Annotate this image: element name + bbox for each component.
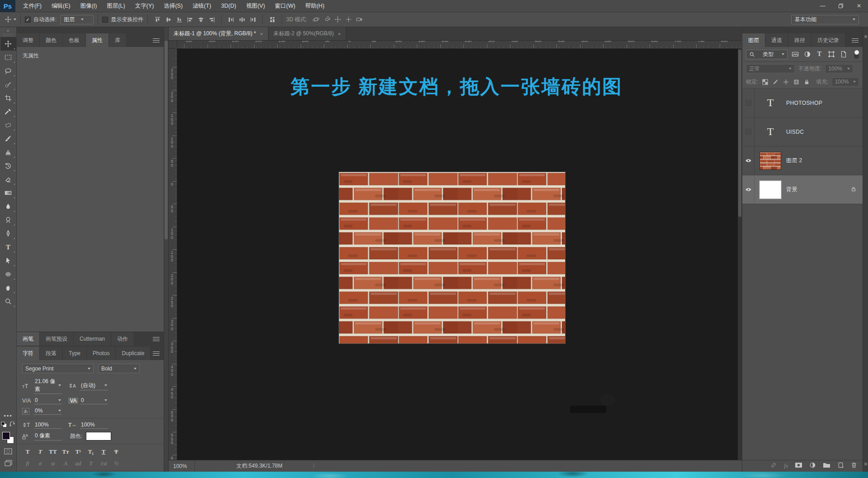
horizontal-scale-field[interactable]: 100% <box>80 422 108 429</box>
canvas[interactable]: 第一步 新建文档，拖入一张墙砖的图 <box>177 49 742 460</box>
align-right-icon[interactable] <box>206 14 217 24</box>
tab-properties[interactable]: 属性 <box>86 33 109 47</box>
menu-select[interactable]: 选择(S) <box>159 0 188 12</box>
visibility-toggle[interactable] <box>742 117 755 146</box>
menu-layer[interactable]: 图层(L) <box>102 0 130 12</box>
lock-transparency-icon[interactable] <box>761 78 769 85</box>
gradient-tool[interactable] <box>0 186 16 200</box>
close-button[interactable]: ✕ <box>850 0 868 12</box>
history-brush-tool[interactable] <box>0 159 16 173</box>
tab-layers[interactable]: 图层 <box>742 33 765 47</box>
layer-thumbnail[interactable] <box>760 152 781 170</box>
kerning-field[interactable]: 0 <box>34 397 62 404</box>
3d-orbit-icon[interactable] <box>311 14 321 24</box>
move-tool-icon[interactable] <box>3 14 14 24</box>
ruler-corner[interactable] <box>169 41 177 49</box>
layer-row-uisdc[interactable]: T UISDC <box>742 117 863 146</box>
canvas-scrollbar[interactable] <box>738 49 742 460</box>
auto-align-icon[interactable] <box>267 14 278 24</box>
dock-icon[interactable] <box>864 35 867 38</box>
hidden-eye-icon[interactable] <box>745 100 751 106</box>
menu-type[interactable]: 文字(Y) <box>130 0 159 12</box>
lock-artboard-icon[interactable] <box>793 78 800 85</box>
blur-tool[interactable] <box>0 200 16 213</box>
lock-all-icon[interactable] <box>803 78 810 85</box>
horizontal-ruler[interactable]: 3503002502001501005005010015020025030035… <box>177 41 742 49</box>
document-tab-2[interactable]: 未标题-2 @ 50%(RGB/8)× <box>269 27 346 40</box>
minimize-button[interactable]: — <box>814 0 832 12</box>
brick-wall-image[interactable] <box>339 172 566 344</box>
tab-adjustments[interactable]: 调整 <box>17 33 40 47</box>
eye-icon[interactable] <box>745 186 752 193</box>
tab-character[interactable]: 字符 <box>17 347 40 360</box>
auto-select-checkbox[interactable]: ✓ <box>25 17 31 23</box>
tab-channels[interactable]: 通道 <box>765 33 788 47</box>
tab-actions[interactable]: 动作 <box>111 332 134 346</box>
smart-object-filter-icon[interactable] <box>839 49 848 59</box>
dock-icon[interactable] <box>864 463 867 465</box>
auto-select-dropdown[interactable]: 图层 <box>60 15 94 24</box>
mask-icon[interactable] <box>795 462 802 470</box>
menu-view[interactable]: 视图(V) <box>241 0 270 12</box>
opentype-button-stylistic[interactable]: A <box>60 459 71 468</box>
style-button-strikethrough[interactable]: T <box>111 447 122 456</box>
pen-tool[interactable] <box>0 227 16 240</box>
style-button-bold[interactable]: T <box>22 447 33 456</box>
tab-swatches[interactable]: 色板 <box>63 33 86 47</box>
panel-menu-icon[interactable] <box>852 38 859 42</box>
visibility-toggle[interactable] <box>742 175 755 204</box>
tab-history[interactable]: 历史记录 <box>811 33 845 47</box>
type-filter-icon[interactable]: T <box>815 49 824 59</box>
tab-duplicate[interactable]: Duplicate <box>116 347 151 360</box>
crop-tool[interactable] <box>0 91 16 105</box>
layer-row-photoshop[interactable]: T PHOTOSHOP <box>742 89 863 117</box>
tab-color[interactable]: 颜色 <box>40 33 63 47</box>
opentype-button-fractions[interactable]: ½ <box>111 459 122 468</box>
close-tab-icon[interactable]: × <box>338 31 340 37</box>
scrollbar-thumb[interactable] <box>165 41 168 239</box>
visibility-toggle[interactable] <box>742 146 755 175</box>
distribute-right-icon[interactable] <box>247 14 258 24</box>
zoom-level-field[interactable]: 100% <box>169 460 195 472</box>
delete-icon[interactable] <box>851 462 857 470</box>
lock-image-icon[interactable] <box>772 78 779 85</box>
3d-pan-icon[interactable] <box>332 14 343 24</box>
hand-tool[interactable] <box>0 281 16 295</box>
group-icon[interactable] <box>823 462 830 470</box>
opentype-button-swash[interactable]: σ <box>35 459 46 468</box>
link-icon[interactable] <box>770 462 777 470</box>
opentype-button-ordinals[interactable]: T <box>85 459 96 468</box>
tab-brush[interactable]: 画笔 <box>17 332 40 346</box>
menu-filter[interactable]: 滤镜(T) <box>188 0 216 12</box>
menu-3d[interactable]: 3D(D) <box>216 0 241 12</box>
screen-mode-icon[interactable] <box>5 460 12 468</box>
clone-stamp-tool[interactable] <box>0 145 16 159</box>
type-tool[interactable]: T <box>0 240 16 254</box>
style-button-all-caps[interactable]: TT <box>47 447 58 456</box>
tab-paths[interactable]: 路径 <box>788 33 811 47</box>
panel-menu-icon[interactable] <box>153 337 160 341</box>
menu-help[interactable]: 帮助(H) <box>300 0 329 12</box>
eyedropper-tool[interactable] <box>0 105 16 118</box>
chevron-down-icon[interactable] <box>14 19 16 20</box>
3d-roll-icon[interactable] <box>321 14 332 24</box>
style-button-italic[interactable]: T <box>35 447 46 456</box>
menu-edit[interactable]: 编辑(E) <box>47 0 75 12</box>
document-tab-1[interactable]: 未标题-1 @ 100% (背景, RGB/8) *× <box>169 27 269 40</box>
visibility-toggle[interactable] <box>742 89 755 117</box>
style-button-underline[interactable]: T <box>98 447 109 456</box>
baseline-shift-field[interactable]: 0 像素 <box>34 432 62 441</box>
lock-position-icon[interactable] <box>782 78 789 85</box>
align-vcenter-icon[interactable] <box>163 14 174 24</box>
opacity-field[interactable]: 100% <box>825 64 853 73</box>
style-button-small-caps[interactable]: Tᴛ <box>60 447 71 456</box>
3d-slide-icon[interactable] <box>343 14 354 24</box>
default-colors-icon[interactable] <box>1 421 7 429</box>
panel-menu-icon[interactable] <box>153 38 160 42</box>
collapse-tools-icon[interactable]: » <box>7 28 9 33</box>
zoom-tool[interactable] <box>0 295 16 308</box>
quick-mask-icon[interactable] <box>4 448 12 456</box>
distribute-hcenter-icon[interactable] <box>236 14 247 24</box>
3d-camera-icon[interactable] <box>354 14 365 24</box>
vertical-scale-field[interactable]: 100% <box>34 422 62 429</box>
